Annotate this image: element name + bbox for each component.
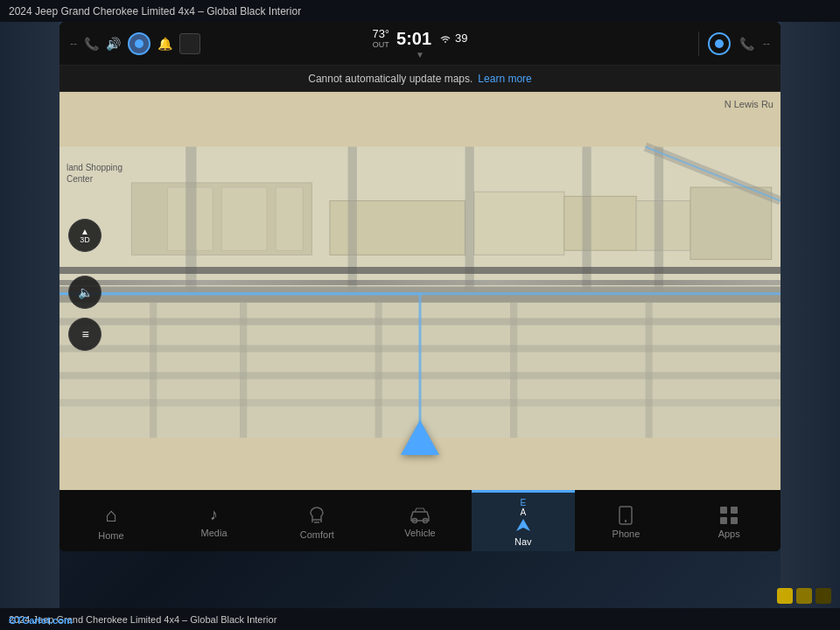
status-center: 73° OUT 5:01 39 ▼ [306, 27, 534, 60]
profile-icon[interactable] [128, 32, 150, 55]
status-bar: -- 📞 🔊 🔔 73° OUT 5:01 [60, 22, 780, 66]
map-volume-button[interactable]: 🔈 [68, 276, 102, 309]
chevron-down-icon: ▼ [416, 50, 424, 60]
svg-rect-24 [150, 303, 157, 438]
map-divider [60, 267, 780, 274]
divider-v [698, 32, 699, 56]
nav-item-vehicle[interactable]: Vehicle [368, 490, 472, 551]
nav-label-home: Home [98, 530, 123, 541]
bell-icon: 🔔 [158, 37, 172, 51]
map-notification: Cannot automatically update maps. Learn … [60, 66, 780, 92]
phone-icon-right: 📞 [739, 37, 754, 51]
map-notification-link[interactable]: Learn more [478, 73, 531, 85]
wifi-icon [438, 33, 452, 44]
temp-display: 73° OUT [372, 27, 389, 50]
nav-item-phone[interactable]: Phone [575, 490, 678, 551]
status-dash-right: -- [763, 38, 770, 50]
right-panel [780, 22, 840, 608]
svg-marker-34 [516, 519, 530, 531]
nav-label-apps: Apps [718, 528, 740, 539]
nav-compass: E A [514, 498, 533, 533]
svg-rect-26 [375, 303, 382, 438]
infotainment-screen: -- 📞 🔊 🔔 73° OUT 5:01 [60, 22, 780, 551]
status-dash-left: -- [70, 38, 77, 50]
map-label-shopping: land Shopping Center [66, 162, 122, 185]
nav-label-vehicle: Vehicle [404, 528, 435, 538]
svg-rect-5 [276, 187, 303, 250]
svg-rect-4 [221, 187, 267, 250]
page-title: 2024 Jeep Grand Cherokee Limited 4x4 – G… [9, 5, 301, 18]
map-menu-button[interactable]: ≡ [68, 318, 102, 351]
svg-rect-25 [240, 303, 247, 438]
map-area: N Lewis Ru land Shopping Center ▲ 3D 🔈 ≡ [60, 92, 780, 490]
volume-icon: 🔈 [78, 285, 93, 299]
arrow-up-icon: ▲ [80, 228, 89, 236]
phone-icon: 📞 [84, 37, 99, 51]
photo-bottom-bar: GTCarlot.com 2024 Jeep Grand Cherokee Li… [0, 608, 840, 630]
map-notification-message: Cannot automatically update maps. [308, 73, 472, 85]
audio-icon: 🔊 [106, 37, 121, 51]
svg-rect-7 [474, 192, 564, 255]
svg-rect-39 [720, 517, 727, 524]
svg-rect-8 [564, 196, 636, 250]
menu-icon: ≡ [81, 327, 88, 341]
phone-icon-nav [618, 506, 634, 525]
map-label-street: N Lewis Ru [724, 99, 774, 109]
color-dots [777, 588, 831, 604]
screen-icon[interactable] [179, 33, 200, 54]
watermark-url: GTCarlot.com [9, 615, 73, 626]
nav-label-phone: Phone [612, 528, 640, 539]
left-panel [0, 22, 60, 608]
media-icon: ♪ [210, 506, 218, 524]
apps-icon [719, 506, 738, 525]
svg-rect-38 [731, 507, 738, 514]
vehicle-icon [408, 507, 432, 524]
svg-rect-37 [720, 507, 727, 514]
3d-label: 3D [80, 236, 90, 244]
color-dot-3 [816, 588, 831, 604]
nav-item-nav[interactable]: E A Nav [472, 490, 575, 551]
circle-active-icon[interactable] [708, 32, 731, 55]
color-dot-1 [777, 588, 793, 604]
svg-rect-28 [646, 303, 653, 438]
status-left: -- 📞 🔊 🔔 [70, 32, 298, 55]
nav-label-media: Media [201, 528, 228, 538]
nav-item-home[interactable]: ⌂ Home [60, 490, 163, 551]
svg-rect-40 [731, 517, 738, 524]
nav-label-nav: Nav [514, 536, 532, 547]
nav-arrow-icon [514, 517, 533, 533]
nav-label-comfort: Comfort [300, 529, 334, 540]
nav-item-media[interactable]: ♪ Media [163, 490, 266, 551]
bottom-nav: ⌂ Home ♪ Media Comfort [60, 490, 780, 551]
svg-rect-27 [510, 303, 517, 438]
nav-item-apps[interactable]: Apps [677, 490, 780, 551]
watermark-text: GTCarlot.com [9, 615, 73, 626]
home-icon: ⌂ [105, 504, 116, 527]
navigation-arrow [401, 420, 439, 455]
comfort-icon [306, 505, 327, 526]
road-stripe [60, 280, 780, 285]
time-display: 5:01 [396, 30, 431, 47]
color-dot-2 [796, 588, 812, 604]
nav-item-comfort[interactable]: Comfort [265, 490, 368, 551]
svg-rect-10 [690, 187, 772, 259]
status-right: 📞 -- [542, 32, 770, 56]
speed-display: 39 [438, 32, 467, 45]
page-title-bar: 2024 Jeep Grand Cherokee Limited 4x4 – G… [0, 0, 840, 22]
map-3d-button[interactable]: ▲ 3D [68, 219, 102, 252]
